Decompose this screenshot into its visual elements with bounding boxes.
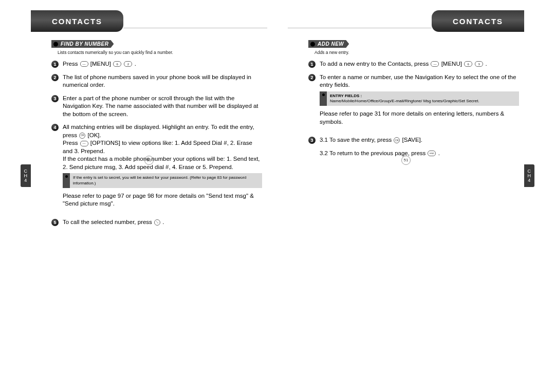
- step-item: 2 The list of phone numbers saved in you…: [51, 73, 262, 89]
- reference-text: Please refer to page 97 or page 98 for m…: [63, 192, 262, 208]
- step-number: 3: [308, 137, 316, 144]
- step-item: 1 To add a new entry to the Contacts, pr…: [308, 60, 519, 68]
- page-footer: 51: [288, 156, 524, 165]
- section-title: ADD NEW: [308, 40, 349, 48]
- key-6-icon: 6: [464, 61, 472, 67]
- header-title: CONTACTS: [432, 10, 524, 32]
- step-number: 1: [308, 61, 316, 68]
- ok-key-icon: [394, 137, 400, 143]
- step-item: 1 Press [MENU] 6 2 .: [51, 60, 262, 68]
- step-number: 5: [51, 219, 59, 226]
- step-number: 4: [51, 124, 59, 131]
- manual-page-left: C H 4 CONTACTS FIND BY NUMBER Lists cont…: [31, 10, 267, 232]
- page-number: 50: [144, 156, 154, 165]
- section-intro: Adds a new entry.: [314, 50, 524, 55]
- chapter-tab: C H 4: [524, 164, 534, 187]
- softkey-icon: [80, 141, 88, 146]
- reference-text: Please refer to page 31 for more details…: [320, 110, 519, 126]
- header-title: CONTACTS: [31, 10, 123, 32]
- step-item: 2 To enter a name or number, use the Nav…: [308, 73, 519, 132]
- key-3-icon: 3: [475, 61, 483, 67]
- page-footer: 50: [31, 156, 267, 165]
- section-title: FIND BY NUMBER: [51, 40, 114, 48]
- step-item: 3 3.1 To save the entry, press [SAVE]. 3…: [308, 136, 519, 157]
- page-number: 51: [401, 156, 411, 165]
- step-item: 3 Enter a part of the phone number or sc…: [51, 95, 262, 119]
- step-number: 2: [308, 74, 316, 81]
- step-item: 4 All matching entries will be displayed…: [51, 123, 262, 213]
- call-key-icon: [154, 219, 160, 226]
- softkey-icon: [431, 61, 439, 67]
- section-intro: Lists contacts numerically so you can qu…: [58, 50, 267, 55]
- key-6-icon: 6: [113, 61, 121, 67]
- step-list: 1 Press [MENU] 6 2 . 2 The list of phone…: [51, 60, 262, 227]
- step-number: 3: [51, 95, 59, 102]
- step-item: 5 To call the selected number, press .: [51, 218, 262, 227]
- step-number: 1: [51, 61, 59, 68]
- note-bullet-icon: [63, 173, 70, 188]
- key-2-icon: 2: [124, 61, 132, 67]
- page-header: CONTACTS: [31, 10, 267, 32]
- note-box: If the entry is set to secret, you will …: [63, 173, 262, 188]
- step-number: 2: [51, 74, 59, 81]
- chapter-tab: C H 4: [21, 164, 31, 187]
- note-bullet-icon: [320, 91, 327, 106]
- softkey-icon: [80, 61, 88, 67]
- step-list: 1 To add a new entry to the Contacts, pr…: [308, 60, 519, 157]
- note-box: ENTRY FIELDS : Name/Mobile/Home/Office/G…: [320, 91, 519, 106]
- ok-key-icon: [79, 133, 85, 139]
- page-header: CONTACTS: [288, 10, 524, 32]
- manual-page-right: C H 4 CONTACTS ADD NEW Adds a new entry.…: [288, 10, 524, 232]
